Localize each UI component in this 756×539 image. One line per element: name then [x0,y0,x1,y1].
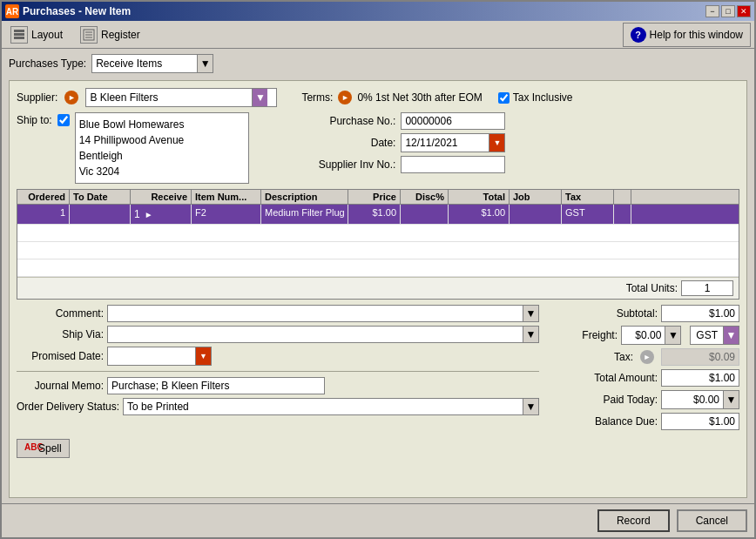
cancel-button[interactable]: Cancel [677,509,747,532]
tax-nav-icon[interactable]: ► [640,350,654,364]
supplier-field[interactable]: ▼ [85,88,277,107]
subtotal-label: Subtotal: [588,307,658,320]
col-header-desc: Description [261,190,348,204]
table-row[interactable]: 1 1 ► F2 Medium Filter Plug $1.00 $1.00 … [17,205,739,225]
tax-inclusive-label: Tax Inclusive [513,91,573,104]
menubar: Layout Register ? Help for this window [2,21,754,49]
col-header-price: Price [348,190,401,204]
layout-menu[interactable]: Layout [5,24,68,45]
spell-button[interactable]: ABC Spell [17,439,70,458]
promised-date-field[interactable]: ▼ [107,347,212,366]
help-button[interactable]: ? Help for this window [623,23,751,47]
record-button[interactable]: Record [597,509,670,532]
order-delivery-label: Order Delivery Status: [17,401,119,413]
subtotal-value: $1.00 [661,305,739,322]
order-delivery-field[interactable]: ▼ [123,398,539,415]
supplier-inv-label: Supplier Inv No.: [319,158,396,171]
cell-todate [70,205,131,224]
cell-desc: Medium Filter Plug [261,205,348,224]
order-delivery-input[interactable] [123,398,523,415]
purchases-type-chevron[interactable]: ▼ [197,55,213,72]
order-delivery-dropdown-btn[interactable]: ▼ [523,398,539,415]
paid-today-btn[interactable]: ▼ [723,391,739,408]
freight-label: Freight: [548,329,618,341]
titlebar: AR Purchases - New Item − □ ✕ [2,2,754,21]
purchases-type-dropdown[interactable]: ▼ [91,54,213,73]
cell-tax: GST [562,205,614,224]
ship-via-dropdown-btn[interactable]: ▼ [523,326,539,343]
supplier-input[interactable] [86,90,252,105]
table-empty-row [17,259,739,277]
freight-btn[interactable]: ▼ [665,327,680,344]
col-header-job: Job [510,190,562,204]
svg-rect-2 [14,37,24,39]
ship-address-box: Blue Bowl Homewares 14 Phillipwood Avenu… [75,112,249,184]
col-header-tax: Tax [562,190,614,204]
maximize-button[interactable]: □ [721,5,735,17]
freight-field[interactable]: $0.00 ▼ [621,326,681,345]
cell-disc [401,205,449,224]
table-empty-row [17,242,739,259]
register-menu[interactable]: Register [75,24,145,45]
date-input[interactable] [402,135,489,151]
svg-rect-0 [14,30,24,32]
footer: Record Cancel [2,503,754,537]
comment-input[interactable] [107,305,523,322]
promised-date-label: Promised Date: [17,350,104,362]
comment-field[interactable]: ▼ [107,305,539,322]
purchase-no-label: Purchase No.: [329,115,395,127]
date-picker-btn[interactable]: ▼ [489,134,504,152]
comment-dropdown-btn[interactable]: ▼ [523,305,539,322]
terms-label: Terms: [301,91,333,104]
total-units-label: Total Units: [626,282,678,294]
minimize-button[interactable]: − [705,5,719,17]
journal-memo-input[interactable] [107,377,325,394]
register-icon [80,26,98,44]
freight-tax-btn[interactable]: ▼ [723,327,739,344]
total-amount-value: $1.00 [661,369,739,387]
col-header-disc: Disc% [401,190,449,204]
balance-due-label: Balance Due: [588,415,658,428]
col-header-ordered: Ordered [17,190,70,204]
address-line1: Blue Bowl Homewares [79,117,245,132]
promised-date-btn[interactable]: ▼ [195,347,211,365]
ship-to-checkbox[interactable] [57,114,70,126]
supplier-nav-icon[interactable]: ► [64,91,78,104]
terms-nav-icon[interactable]: ► [338,91,352,104]
ship-via-field[interactable]: ▼ [107,326,539,343]
tax-label: Tax: [564,351,633,363]
layout-icon [10,26,28,44]
balance-due-value: $1.00 [661,413,739,430]
purchases-type-label: Purchases Type: [9,57,86,70]
date-field[interactable]: ▼ [401,133,505,152]
cell-ordered: 1 [17,205,70,224]
supplier-dropdown-btn[interactable]: ▼ [252,89,267,106]
ship-via-input[interactable] [107,326,523,343]
comment-label: Comment: [17,307,104,320]
col-header-extra [614,190,631,204]
total-amount-label: Total Amount: [588,372,658,384]
close-button[interactable]: ✕ [737,5,751,17]
address-line4: Vic 3204 [79,164,245,179]
ship-via-label: Ship Via: [17,328,104,340]
col-header-total: Total [449,190,510,204]
supplier-inv-input[interactable] [401,156,505,173]
paid-today-label: Paid Today: [588,394,658,406]
help-label: Help for this window [650,29,743,41]
cell-receive: 1 ► [131,205,192,224]
ship-to-label: Ship to: [17,114,52,126]
table-empty-row [17,225,739,242]
promised-date-input[interactable] [108,348,195,364]
layout-label: Layout [31,29,63,41]
paid-today-field[interactable]: $0.00 ▼ [661,390,739,409]
tax-inclusive-checkbox[interactable] [498,92,510,104]
purchases-type-input[interactable] [92,56,197,71]
spell-label: Spell [38,442,62,455]
cell-extra [614,205,631,224]
cell-job [510,205,562,224]
freight-tax-dropdown[interactable]: GST ▼ [690,326,739,345]
cell-total: $1.00 [449,205,510,224]
purchase-no-input[interactable] [401,112,505,130]
receive-arrow-btn[interactable]: ► [142,207,156,221]
cell-itemnum: F2 [192,205,261,224]
